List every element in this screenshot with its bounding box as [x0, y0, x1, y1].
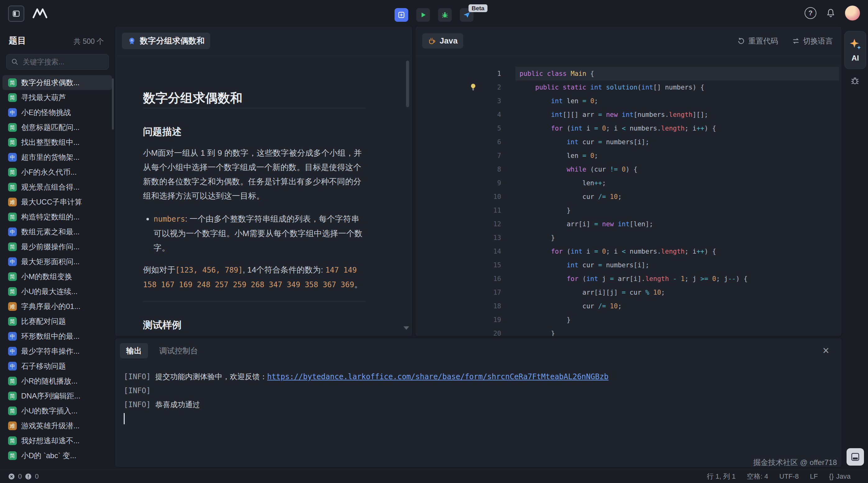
problem-list-item[interactable]: 简 构造特定数组的...	[2, 210, 112, 224]
reset-code-button[interactable]: 重置代码	[737, 36, 778, 46]
problem-badge-icon	[127, 37, 136, 45]
difficulty-badge: 中	[8, 257, 17, 266]
code-line[interactable]: 2 public static int solution(int[] numbe…	[415, 80, 842, 94]
code-editor[interactable]: 1public class Main {2 public static int …	[415, 56, 842, 336]
problem-list-item[interactable]: 中 超市里的货物架...	[2, 150, 112, 165]
divider	[143, 301, 366, 301]
problem-list-item[interactable]: 简 DNA序列编辑距...	[2, 388, 112, 404]
line-number: 14	[415, 245, 501, 258]
problem-list-item[interactable]: 中 小E的怪物挑战	[2, 105, 112, 120]
user-avatar[interactable]	[845, 6, 860, 21]
search-box[interactable]	[6, 54, 109, 70]
code-line[interactable]: 19 }	[415, 313, 842, 327]
code-line[interactable]: 16 for (int j = arr[i].length - 1; j >= …	[415, 272, 842, 286]
tab-output[interactable]: 输出	[120, 343, 148, 358]
line-number: 9	[415, 176, 501, 190]
problem-item-label: 超市里的货物架...	[21, 152, 80, 162]
code-line[interactable]: 18 cur /= 10;	[415, 299, 842, 313]
sidebar-scrollbar[interactable]	[112, 78, 114, 130]
problem-list-item[interactable]: 难 最大UCC子串计算	[2, 195, 112, 210]
code-line[interactable]: 7 len = 0;	[415, 149, 842, 163]
problem-list-item[interactable]: 简 创意标题匹配问...	[2, 120, 112, 135]
difficulty-badge: 中	[8, 347, 17, 356]
line-number: 3	[415, 94, 501, 108]
problem-list-item[interactable]: 简 数字分组求偶数...	[2, 75, 112, 90]
problem-list-item[interactable]: 简 观光景点组合得...	[2, 180, 112, 195]
code-line[interactable]: 12 arr[i] = new int[len];	[415, 217, 842, 231]
problem-list-item[interactable]: 难 字典序最小的01...	[2, 299, 112, 314]
problem-list-item[interactable]: 简 找出整型数组中...	[2, 135, 112, 150]
problem-tab-chip[interactable]: 数字分组求偶数和	[122, 33, 210, 49]
braces-icon: {}	[829, 473, 834, 481]
debug-rail-icon[interactable]	[850, 75, 860, 86]
param-list: numbers: 一个由多个整数字符串组成的列表，每个字符串可以视为一个数字组。…	[143, 212, 366, 255]
problem-scrollbar[interactable]	[406, 61, 409, 107]
run-button[interactable]	[416, 8, 430, 22]
toggle-panel-button[interactable]	[846, 448, 864, 465]
cursor-position[interactable]: 行 1, 列 1	[707, 472, 736, 481]
problem-list-item[interactable]: 简 小R的随机播放...	[2, 374, 112, 388]
problem-list-item[interactable]: 简 寻找最大葫芦	[2, 90, 112, 105]
problem-list-item[interactable]: 简 小U的数字插入...	[2, 404, 112, 418]
ai-assistant-button[interactable]: AI	[844, 31, 866, 69]
problem-item-label: 最大UCC子串计算	[21, 197, 82, 207]
problem-list-item[interactable]: 中 数组元素之和最...	[2, 224, 112, 239]
problem-list-item[interactable]: 中 环形数组中的最...	[2, 329, 112, 344]
close-icon[interactable]: ×	[823, 345, 829, 356]
code-line[interactable]: 4 int[][] arr = new int[numbers.length][…	[415, 108, 842, 122]
code-line[interactable]: 17 arr[i][j] = cur % 10;	[415, 286, 842, 299]
language-chip[interactable]: Java	[422, 33, 463, 49]
code-line[interactable]: 3 int len = 0;	[415, 94, 842, 108]
code-line[interactable]: 13 }	[415, 231, 842, 245]
code-line[interactable]: 9 len++;	[415, 176, 842, 190]
tab-debug-console[interactable]: 调试控制台	[159, 346, 198, 356]
problem-list-item[interactable]: 中 石子移动问题	[2, 359, 112, 374]
indentation[interactable]: 空格: 4	[747, 472, 768, 481]
sidebar-toggle-button[interactable]	[8, 6, 24, 22]
console-line: [INFO] 恭喜成功通过	[124, 398, 833, 412]
lightbulb-icon[interactable]	[469, 83, 478, 92]
notifications-bell-icon[interactable]	[826, 8, 836, 18]
problem-list-item[interactable]: 简 小U的最大连续...	[2, 284, 112, 299]
line-number: 15	[415, 258, 501, 272]
problems-indicator[interactable]: 0 0	[8, 473, 39, 481]
scroll-down-icon[interactable]	[404, 326, 409, 330]
problem-list-item[interactable]: 中 最大矩形面积问...	[2, 254, 112, 269]
difficulty-badge: 难	[8, 198, 17, 206]
switch-language-button[interactable]: 切换语言	[792, 36, 833, 46]
code-line[interactable]: 11 }	[415, 203, 842, 217]
problem-list-item[interactable]: 简 我好想逃却逃不...	[2, 433, 112, 448]
line-number: 11	[415, 203, 501, 217]
add-button[interactable]	[395, 8, 408, 22]
problem-list-item[interactable]: 简 最少前缀操作问...	[2, 239, 112, 254]
problem-list-item[interactable]: 简 小F的永久代币...	[2, 165, 112, 180]
code-line[interactable]: 6 int cur = numbers[i];	[415, 135, 842, 149]
code-text: int cur = numbers[i];	[520, 135, 649, 149]
difficulty-badge: 中	[8, 362, 17, 371]
search-input[interactable]	[22, 58, 104, 66]
language-mode[interactable]: {} Java	[829, 473, 850, 481]
code-line[interactable]: 5 for (int i = 0; i < numbers.length; i+…	[415, 122, 842, 135]
code-line[interactable]: 20 }	[415, 327, 842, 336]
app-logo	[32, 7, 50, 19]
problem-item-label: 环形数组中的最...	[21, 331, 80, 341]
problem-list-item[interactable]: 难 游戏英雄升级潜...	[2, 418, 112, 433]
console-output: [INFO] 提交功能内测体验中，欢迎反馈：https://bytedance.…	[124, 370, 833, 424]
encoding[interactable]: UTF-8	[779, 473, 799, 481]
code-line[interactable]: 8 while (cur != 0) {	[415, 163, 842, 176]
topbar-right: ?	[805, 0, 860, 26]
debug-button[interactable]	[438, 8, 452, 22]
code-line[interactable]: 15 int cur = numbers[i];	[415, 258, 842, 272]
console-link[interactable]: https://bytedance.larkoffice.com/share/b…	[267, 372, 609, 381]
help-icon[interactable]: ?	[805, 7, 816, 19]
line-number: 1	[415, 67, 501, 80]
code-line[interactable]: 1public class Main {	[415, 67, 842, 80]
code-line[interactable]: 14 for (int i = 0; i < numbers.length; i…	[415, 245, 842, 258]
problem-list-item[interactable]: 简 小D的 `abc` 变...	[2, 448, 112, 463]
problem-list-item[interactable]: 中 最少字符串操作...	[2, 344, 112, 359]
eol[interactable]: LF	[810, 473, 818, 481]
submit-button[interactable]: Beta	[460, 8, 473, 22]
code-line[interactable]: 10 cur /= 10;	[415, 190, 842, 203]
problem-list-item[interactable]: 简 小M的数组变换	[2, 269, 112, 284]
problem-list-item[interactable]: 简 比赛配对问题	[2, 314, 112, 329]
